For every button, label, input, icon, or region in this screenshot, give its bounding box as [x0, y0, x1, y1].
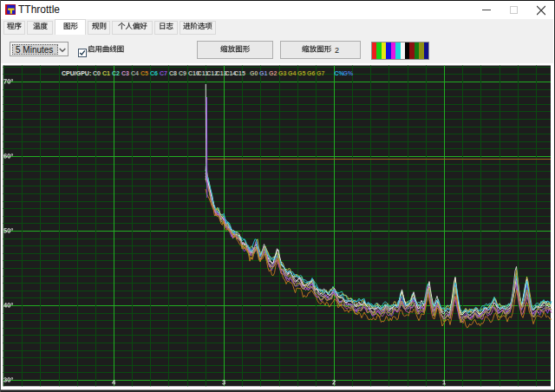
svg-text:C4: C4: [131, 70, 139, 76]
svg-text:G5: G5: [297, 70, 305, 76]
svg-text:C3: C3: [121, 70, 129, 76]
svg-text:CPU/GPU:: CPU/GPU:: [62, 70, 91, 76]
svg-text:G6: G6: [307, 70, 315, 76]
svg-text:G3: G3: [278, 70, 286, 76]
svg-text:C1: C1: [102, 70, 110, 76]
svg-text:G%: G%: [343, 70, 354, 76]
svg-text:G2: G2: [269, 70, 277, 76]
svg-text:C2: C2: [112, 70, 120, 76]
svg-text:C0: C0: [93, 70, 101, 76]
svg-text:C6: C6: [150, 70, 158, 76]
svg-text:G4: G4: [288, 70, 296, 76]
svg-text:C9: C9: [179, 70, 186, 76]
svg-text:G1: G1: [259, 70, 267, 76]
svg-text:C7: C7: [160, 70, 167, 76]
svg-text:C8: C8: [169, 70, 177, 76]
svg-text:C15: C15: [234, 70, 245, 76]
svg-text:C5: C5: [140, 70, 148, 76]
svg-text:G7: G7: [317, 70, 324, 76]
svg-text:G0: G0: [250, 70, 258, 76]
